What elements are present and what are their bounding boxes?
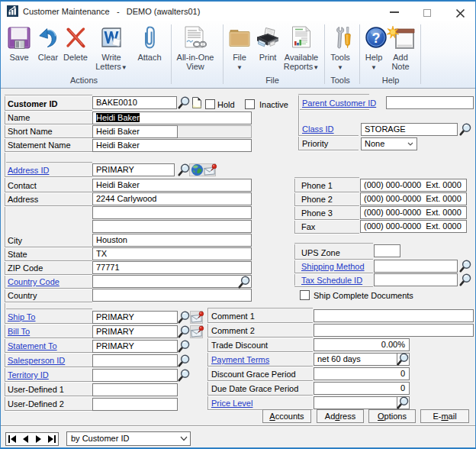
svg-text:?: ? — [372, 31, 381, 46]
